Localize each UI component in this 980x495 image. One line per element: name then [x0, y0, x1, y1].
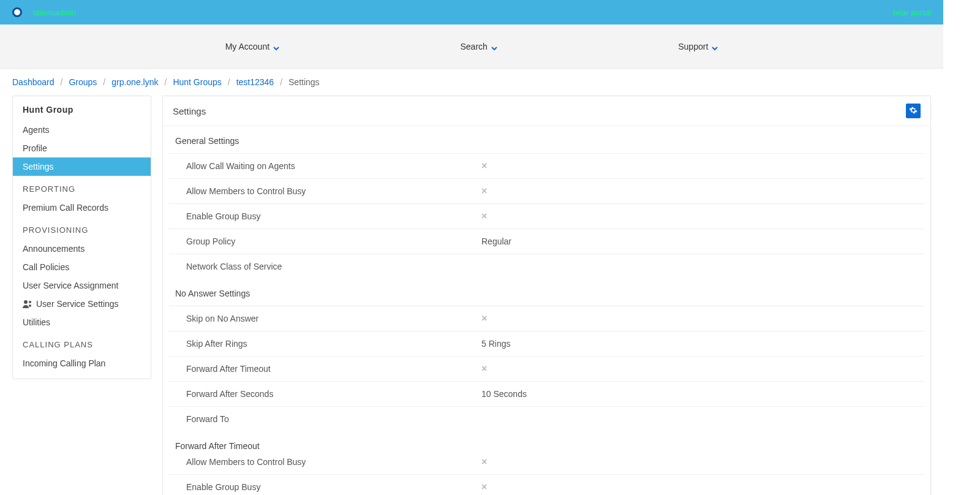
section-general-title: General Settings: [163, 126, 930, 153]
x-icon: ×: [481, 161, 487, 171]
sidebar-item-label: Incoming Calling Plan: [23, 358, 105, 368]
settings-panel: Settings General Settings Allow Call Wai…: [162, 96, 931, 495]
brand-label: latensadmin: [33, 8, 76, 17]
row-label: Allow Members to Control Busy: [181, 457, 481, 467]
row-label: Forward After Seconds: [181, 389, 481, 399]
row-skip-after-rings: Skip After Rings 5 Rings: [169, 331, 924, 356]
sidebar-item-label: Announcements: [23, 244, 85, 254]
row-label: Allow Call Waiting on Agents: [181, 161, 481, 171]
row-ncos: Network Class of Service: [169, 254, 924, 279]
sidebar-title: Hunt Group: [13, 96, 151, 121]
portal-link[interactable]: telar portal: [894, 8, 931, 17]
crumb-sep: /: [103, 77, 105, 87]
row-label: Enable Group Busy: [181, 211, 481, 221]
chevron-down-icon: [491, 43, 497, 50]
sidebar-item-label: Profile: [23, 143, 47, 153]
sidebar-item-user-service-assignment[interactable]: User Service Assignment: [13, 276, 151, 295]
row-skip-no-answer: Skip on No Answer ×: [169, 306, 924, 331]
row-fwd-to: Forward To: [169, 406, 924, 431]
row-value: 5 Rings: [481, 339, 912, 349]
row-label: Skip on No Answer: [181, 314, 481, 323]
x-icon: ×: [481, 363, 487, 374]
sidebar-item-user-service-settings[interactable]: User Service Settings: [13, 295, 151, 313]
row-allow-call-waiting: Allow Call Waiting on Agents ×: [169, 153, 924, 178]
chevron-down-icon: [273, 43, 279, 50]
row-allow-members-busy: Allow Members to Control Busy ×: [169, 178, 924, 203]
section-fat-title: Forward After Timeout: [163, 431, 930, 452]
row-group-policy: Group Policy Regular: [169, 229, 924, 254]
svg-point-0: [24, 300, 28, 304]
x-icon: ×: [481, 482, 487, 492]
row-fwd-after-timeout: Forward After Timeout ×: [169, 356, 924, 381]
sidebar-item-settings[interactable]: Settings: [13, 157, 151, 176]
sidebar-item-call-policies[interactable]: Call Policies: [13, 258, 151, 276]
crumb-sep: /: [61, 77, 63, 87]
secondary-nav: My Account Search Support: [0, 25, 943, 69]
sidebar: Hunt Group Agents Profile Settings REPOR…: [12, 96, 151, 379]
nav-my-account[interactable]: My Account: [225, 42, 279, 51]
row-fat-enable-group-busy: Enable Group Busy ×: [169, 474, 924, 495]
chevron-down-icon: [712, 43, 718, 50]
nav-search-label: Search: [460, 42, 487, 51]
row-value: [481, 262, 912, 271]
sidebar-heading-provisioning: PROVISIONING: [13, 217, 151, 240]
crumb-huntgroups[interactable]: Hunt Groups: [173, 77, 221, 87]
top-bar: latensadmin telar portal: [0, 0, 943, 25]
user-settings-icon: [23, 300, 32, 308]
sidebar-item-label: Premium Call Records: [23, 203, 108, 213]
row-value: [481, 414, 912, 424]
nav-my-account-label: My Account: [225, 42, 270, 51]
sidebar-item-label: Call Policies: [23, 262, 69, 272]
nav-support-label: Support: [678, 42, 708, 51]
crumb-current: Settings: [288, 77, 320, 87]
settings-gear-button[interactable]: [906, 104, 921, 118]
crumb-sep: /: [164, 77, 167, 87]
crumb-dashboard[interactable]: Dashboard: [12, 77, 55, 87]
nav-search[interactable]: Search: [460, 42, 497, 51]
row-label: Forward After Timeout: [181, 364, 481, 374]
sidebar-item-incoming-calling-plan[interactable]: Incoming Calling Plan: [13, 354, 151, 372]
sidebar-item-label: User Service Settings: [36, 299, 119, 309]
sidebar-heading-reporting: REPORTING: [13, 176, 151, 198]
crumb-sep: /: [280, 77, 282, 87]
row-value: 10 Seconds: [481, 389, 912, 399]
crumb-hg[interactable]: test12346: [236, 77, 274, 87]
row-label: Network Class of Service: [181, 262, 481, 271]
crumb-group[interactable]: grp.one.lynk: [111, 77, 158, 87]
breadcrumb: Dashboard / Groups / grp.one.lynk / Hunt…: [0, 69, 943, 96]
row-label: Skip After Rings: [181, 339, 481, 349]
sidebar-item-label: User Service Assignment: [23, 281, 118, 290]
sidebar-item-utilities[interactable]: Utilities: [13, 313, 151, 331]
sidebar-item-premium-call-records[interactable]: Premium Call Records: [13, 198, 151, 217]
panel-title: Settings: [173, 106, 206, 116]
sidebar-item-announcements[interactable]: Announcements: [13, 240, 151, 258]
sidebar-item-label: Settings: [23, 162, 54, 172]
row-label: Forward To: [181, 414, 481, 424]
sidebar-item-label: Utilities: [23, 317, 50, 327]
row-enable-group-busy: Enable Group Busy ×: [169, 203, 924, 229]
row-label: Allow Members to Control Busy: [181, 186, 481, 196]
nav-support[interactable]: Support: [678, 42, 718, 51]
row-fat-allow-members-busy: Allow Members to Control Busy ×: [169, 450, 924, 474]
sidebar-item-label: Agents: [23, 125, 50, 135]
x-icon: ×: [481, 313, 487, 323]
logo-icon: [12, 7, 22, 17]
x-icon: ×: [481, 186, 487, 196]
x-icon: ×: [481, 211, 487, 221]
sidebar-item-agents[interactable]: Agents: [13, 121, 151, 139]
crumb-groups[interactable]: Groups: [69, 77, 97, 87]
sidebar-item-profile[interactable]: Profile: [13, 139, 151, 157]
x-icon: ×: [481, 456, 487, 467]
svg-point-2: [29, 304, 31, 307]
row-label: Group Policy: [181, 236, 481, 246]
row-value: Regular: [481, 236, 912, 246]
gear-icon: [909, 106, 918, 116]
row-fwd-after-seconds: Forward After Seconds 10 Seconds: [169, 381, 924, 406]
sidebar-heading-calling-plans: CALLING PLANS: [13, 331, 151, 354]
row-label: Enable Group Busy: [181, 482, 481, 492]
svg-point-1: [29, 301, 31, 303]
section-no-answer-title: No Answer Settings: [163, 279, 930, 306]
crumb-sep: /: [228, 77, 230, 87]
